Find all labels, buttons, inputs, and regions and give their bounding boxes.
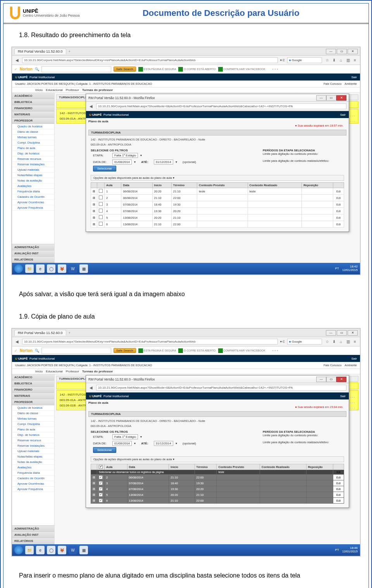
- fale-conosco-link[interactable]: Fale Conosco: [324, 82, 341, 86]
- panel-icon[interactable]: ▥: [345, 58, 351, 63]
- sidebar: ACADÊMICO BIBLIOTECA FINANCEIRO MATERIAI…: [12, 93, 55, 244]
- menu-icon[interactable]: ≡: [352, 58, 358, 63]
- sidebar-item[interactable]: Reservar instalações: [12, 162, 54, 167]
- table-row[interactable]: ⊞513/08/201420:2021:10Edi: [91, 492, 344, 498]
- sidebar-item[interactable]: Notas da avaliação: [12, 459, 54, 465]
- sair-link[interactable]: Sair: [351, 75, 357, 79]
- popup-min[interactable]: —: [316, 95, 326, 101]
- max-button[interactable]: ▭: [337, 49, 347, 54]
- lang-indicator[interactable]: PT: [335, 267, 339, 271]
- sidebar-item[interactable]: Frequência diária: [12, 189, 54, 194]
- safe-search-button[interactable]: Safe Search: [114, 67, 136, 72]
- star-icon[interactable]: ☆: [324, 58, 330, 63]
- app-icon[interactable]: ▦: [79, 264, 88, 273]
- sidebar-item[interactable]: Aprovar Frequência: [12, 205, 54, 211]
- sidebar-item[interactable]: Aprovar Frequência: [12, 487, 54, 492]
- caption-1: Após salvar, a visão que terá será igual…: [3, 283, 369, 305]
- pane-title: Plano de aula: [88, 120, 108, 123]
- table-row[interactable]: ⊞407/08/201419:3020:20Edi: [91, 208, 344, 214]
- selecionar-button[interactable]: Selecionar: [93, 166, 116, 171]
- browser-window: RM Portal Versão 11.52.60.0+ —▭✕ ◀ 10.10…: [12, 47, 360, 275]
- screenshot-1: RM Portal Versão 11.52.60.0+ —▭✕ ◀ 10.10…: [11, 46, 361, 275]
- firefox-icon[interactable]: 🦊: [58, 264, 66, 273]
- section-1-8: 1.8. Resultado do preenchimento da tela: [3, 24, 369, 46]
- popup-title: RM Portal Versão 11.52.60.0 - Mozilla Fi…: [88, 96, 155, 100]
- sidebar-item[interactable]: Diário de classe: [12, 411, 54, 416]
- popup-max[interactable]: ▭: [326, 95, 336, 101]
- document-title: Documento de Descrição para Usuário: [80, 8, 362, 18]
- sidebar-item[interactable]: Aprovar Ocorrências: [12, 200, 54, 205]
- table-row[interactable]: ⊞613/08/201421:1022:00Edi: [91, 498, 344, 504]
- word-icon[interactable]: W: [69, 264, 77, 273]
- sidebar-item[interactable]: Upload materiais: [12, 167, 54, 173]
- sidebar-item[interactable]: Reservar recursos: [12, 156, 54, 162]
- clock: 18:42 12/01/2015: [342, 265, 358, 272]
- sidebar-item[interactable]: Frequência diária: [12, 470, 54, 476]
- table-row[interactable]: ⊞206/08/201421:1022:00Edi: [91, 195, 344, 201]
- caption-2: Para inserir o mesmo plano de aluna digi…: [3, 564, 369, 587]
- sidebar-item[interactable]: Notas/faltas etapas: [12, 173, 54, 178]
- sidebar-item[interactable]: Cadastro de Ocorrên: [12, 194, 54, 200]
- main-content: TURMAS/DISCIPLINA 142 - INSTITUTOS PARA …: [55, 93, 360, 244]
- sidebar-item[interactable]: Disp. de horários: [12, 151, 54, 156]
- section-title: Resultado do preenchimento da tela: [31, 32, 131, 38]
- aulas-table: AulaData InícioTérmino Conteúdo Previsto…: [91, 182, 344, 228]
- explorer-icon[interactable]: 📁: [25, 264, 34, 273]
- breadcrumb: Início Educacional Professor Turmas do p…: [12, 87, 360, 93]
- home-icon[interactable]: ⌂: [338, 58, 344, 63]
- sidebar-item[interactable]: Upload materiais: [12, 449, 54, 454]
- popup-close[interactable]: ✕: [336, 95, 346, 101]
- ambiente-link[interactable]: Ambiente: [344, 82, 357, 86]
- data-de-input[interactable]: 01/08/2014: [112, 159, 132, 165]
- browser-tab[interactable]: RM Portal Versão 11.52.60.0: [14, 48, 66, 54]
- table-row[interactable]: ⊞307/08/201418:4019:30Edi: [91, 201, 344, 208]
- sidebar-item[interactable]: Notas da avaliação: [12, 178, 54, 183]
- table-row[interactable]: ⊞513/08/201420:2021:10Edi: [91, 214, 344, 221]
- search-engine-field[interactable]: ■ Google: [287, 57, 322, 63]
- section-number: 1.8.: [19, 32, 29, 38]
- chrome-icon[interactable]: ◯: [47, 264, 55, 273]
- select-all-tooltip: Selecionar ou desmarcar todos os registr…: [97, 470, 195, 475]
- logo-subtitle: Centro Universitário de João Pessoa: [23, 14, 80, 17]
- screenshot-2: RM Portal Versão 11.52.60.0+ —▭✕ ◀10.10.…: [11, 328, 361, 557]
- back-icon[interactable]: ◀: [14, 58, 20, 63]
- sidebar-item[interactable]: Quadro de horários: [12, 405, 54, 411]
- sidebar-item[interactable]: Compl. Disciplina: [12, 422, 54, 427]
- etapa-select[interactable]: Falta 1º Estágio: [112, 153, 138, 158]
- reload-icon[interactable]: ▾ Ċ: [280, 58, 285, 62]
- logo: UNIPÊCentro Universitário de João Pessoa: [10, 7, 80, 20]
- sidebar-item[interactable]: Plano de aula: [12, 427, 54, 432]
- doc-header: UNIPÊCentro Universitário de João Pessoa…: [3, 3, 369, 24]
- close-button[interactable]: ✕: [348, 49, 358, 54]
- table-row[interactable]: ⊞613/08/201421:1022:00Edi: [91, 221, 344, 228]
- start-icon[interactable]: [14, 264, 23, 273]
- sidebar-item[interactable]: Avaliações: [12, 183, 54, 189]
- sidebar-item[interactable]: Cadastro de Ocorrên: [12, 476, 54, 481]
- table-row[interactable]: ⊞106/08/201420:2021:10testetesteEdi: [91, 188, 344, 195]
- sidebar-item[interactable]: Reservar recursos: [12, 438, 54, 443]
- sidebar-item[interactable]: Minhas turmas: [12, 416, 54, 422]
- sidebar-item[interactable]: Reservar instalações: [12, 443, 54, 449]
- sidebar-item[interactable]: Diário de classe: [12, 129, 54, 135]
- sidebar-item[interactable]: Avaliações: [12, 465, 54, 470]
- sidebar-item[interactable]: Notas/faltas etapas: [12, 454, 54, 459]
- table-row[interactable]: ⊞307/08/201418:4019:30Edi: [91, 480, 344, 486]
- new-tab-button[interactable]: +: [69, 50, 71, 53]
- address-bar[interactable]: 10.10.21.90/Corpore.Net/Main.aspx?Select…: [22, 57, 278, 63]
- table-row[interactable]: ⊞206/08/201421:1022:00Edi: [91, 475, 344, 480]
- sidebar-item[interactable]: Compl. Disciplina: [12, 140, 54, 146]
- popup-url[interactable]: 10.10.21.90/Corpore.Net/Main.aspx?ShowMo…: [96, 103, 346, 109]
- ie-icon[interactable]: e: [36, 264, 45, 273]
- min-button[interactable]: —: [326, 49, 336, 54]
- section-number-2: 1.9.: [19, 313, 29, 320]
- table-row[interactable]: ⊞407/08/201419:3020:20Edi: [91, 486, 344, 492]
- sidebar-item[interactable]: Plano de aula: [12, 146, 54, 151]
- sidebar-item[interactable]: Disp. de horários: [12, 432, 54, 438]
- download-icon[interactable]: ⬇: [331, 58, 337, 63]
- sidebar-item[interactable]: Quadro de horários: [12, 124, 54, 129]
- norton-search-input[interactable]: [41, 66, 111, 72]
- sidebar-item[interactable]: Aprovar Ocorrências: [12, 481, 54, 487]
- sidebar-item[interactable]: Minhas turmas: [12, 135, 54, 140]
- unipe-logo-icon: [10, 7, 21, 20]
- ate-input[interactable]: 31/12/2014: [154, 159, 173, 165]
